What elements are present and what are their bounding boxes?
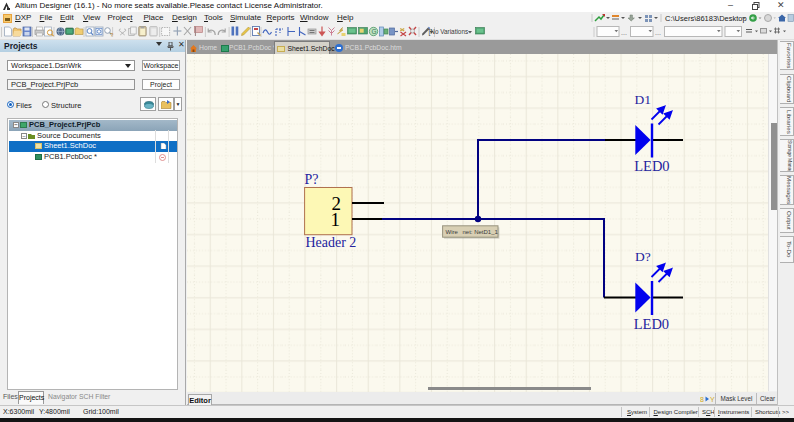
svg-text:...: ... <box>655 29 661 36</box>
svg-text:...: ... <box>621 29 627 36</box>
svg-text:LED0: LED0 <box>634 158 669 174</box>
svg-text:LED0: LED0 <box>634 316 669 332</box>
svg-text:?: ? <box>110 32 114 38</box>
svg-text:D?: D? <box>635 249 651 264</box>
svg-text:Header 2: Header 2 <box>305 235 356 250</box>
svg-text:[No Variations: [No Variations <box>429 28 469 36</box>
svg-text:P?: P? <box>305 172 319 187</box>
svg-text:net: NetD1_1: net: NetD1_1 <box>463 229 499 235</box>
svg-text:1: 1 <box>331 209 341 230</box>
svg-text:Wire: Wire <box>446 229 459 235</box>
svg-text:D1: D1 <box>635 92 652 107</box>
svg-text:G: G <box>372 28 377 35</box>
svg-text:C:\Users\86183\Desktop: C:\Users\86183\Desktop <box>665 14 747 23</box>
svg-text:8: 8 <box>700 396 704 403</box>
